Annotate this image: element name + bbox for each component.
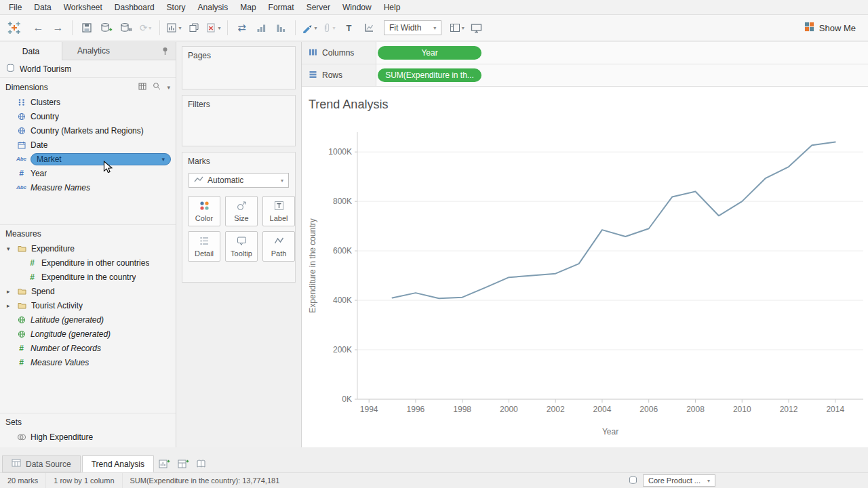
expand-icon[interactable]: ▸ [7,302,13,309]
undo-button[interactable]: ← [30,19,47,37]
swap-axes-button[interactable]: ⇄ [233,19,250,37]
menu-item-dashboard[interactable]: Dashboard [108,1,161,14]
field-label: Country [31,112,59,121]
filters-label: Filters [188,100,210,109]
field-expenditure-in-other-countries[interactable]: #Expenditure in other countries [0,256,176,270]
tab-data[interactable]: Data [0,42,62,60]
field-tourist-activity[interactable]: ▸Tourist Activity [0,298,176,312]
svg-text:1000K: 1000K [328,147,352,157]
menu-item-file[interactable]: File [3,1,28,14]
tab-analytics[interactable]: Analytics [62,42,125,60]
datasource-item[interactable]: World Tourism [0,60,176,78]
field-date[interactable]: Date [0,138,176,152]
save-button[interactable] [78,19,95,37]
rows-shelf-well[interactable]: SUM(Expenditure in th... [376,64,868,86]
mark-button-color[interactable]: Color [188,196,220,226]
pin-icon[interactable] [155,42,176,60]
sort-ascending-button[interactable] [253,19,270,37]
pause-updates-button[interactable] [117,19,134,37]
status-bar-right: Core Product ... ▾ [629,474,715,487]
mark-button-detail[interactable]: Detail [188,231,220,262]
sheet-tab-bar: Data Source Trend Analysis [0,455,868,472]
selected-field-pill[interactable]: Market▾ [31,153,171,165]
filters-shelf[interactable]: Filters [182,95,296,146]
svg-text:600K: 600K [333,246,352,256]
svg-text:2000: 2000 [500,405,518,414]
tab-data-source[interactable]: Data Source [2,455,81,472]
pill-sum-expenditure[interactable]: SUM(Expenditure in th... [378,68,481,82]
menu-item-analysis[interactable]: Analysis [192,1,235,14]
rows-icon [309,70,317,81]
mark-button-size[interactable]: Size [225,196,258,226]
view-data-icon[interactable] [138,83,146,92]
pages-shelf[interactable]: Pages [182,46,296,89]
field-high-expenditure[interactable]: High Expenditure [0,430,176,444]
new-dashboard-tab-button[interactable] [174,455,193,472]
fix-axes-button[interactable] [360,19,377,37]
mark-type-dropdown[interactable]: Automatic ▾ [189,173,289,188]
new-story-tab-button[interactable] [193,455,212,472]
highlight-button[interactable]: ▾ [301,19,318,37]
duplicate-sheet-button[interactable] [185,19,202,37]
field-label: Latitude (generated) [31,315,104,325]
group-members-button[interactable]: ▾ [321,19,338,37]
rows-shelf[interactable]: Rows SUM(Expenditure in th... [302,64,868,87]
caret-down-icon[interactable]: ▾ [161,156,165,163]
add-datasource-button[interactable] [98,19,115,37]
refresh-button[interactable]: ⟳▾ [137,19,154,37]
caret-down-icon[interactable]: ▾ [167,84,170,91]
columns-shelf-well[interactable]: Year [376,42,868,64]
menu-item-map[interactable]: Map [234,1,262,14]
menu-item-help[interactable]: Help [378,1,407,14]
columns-shelf-label: Columns [302,42,376,64]
tab-trend-analysis[interactable]: Trend Analysis [82,455,154,472]
menu-item-story[interactable]: Story [161,1,192,14]
field-year[interactable]: #Year [0,166,176,180]
field-clusters[interactable]: Clusters [0,95,176,109]
field-latitude-generated[interactable]: Latitude (generated) [0,312,176,327]
presentation-mode-button[interactable] [468,19,485,37]
menu-item-window[interactable]: Window [336,1,378,14]
search-icon[interactable] [153,82,161,92]
field-measure-names[interactable]: AbcMeasure Names [0,180,176,195]
new-worksheet-button[interactable]: ▾ [165,19,182,37]
svg-text:1994: 1994 [360,405,378,414]
product-selector[interactable]: Core Product ... ▾ [643,474,715,487]
caret-down-icon: ▾ [281,178,283,184]
clear-sheet-button[interactable]: ▾ [205,19,222,37]
field-expenditure-in-the-country[interactable]: #Expenditure in the country [0,270,176,284]
mark-button-path[interactable]: Path [262,231,295,262]
expand-icon[interactable]: ▸ [7,288,13,295]
menu-item-format[interactable]: Format [262,1,300,14]
field-spend[interactable]: ▸Spend [0,284,176,298]
menu-item-worksheet[interactable]: Worksheet [58,1,108,14]
menu-item-data[interactable]: Data [28,1,57,14]
menu-bar: FileDataWorksheetDashboardStoryAnalysisM… [0,0,868,15]
new-worksheet-tab-button[interactable] [155,455,174,472]
show-me-button[interactable]: Show Me [797,20,863,36]
field-label: Expenditure in other countries [41,258,149,268]
mark-button-tooltip[interactable]: Tooltip [225,231,258,262]
caret-down-icon: ▾ [433,25,436,31]
menu-item-server[interactable]: Server [300,1,336,14]
sort-descending-button[interactable] [273,19,290,37]
svg-text:2010: 2010 [733,405,751,414]
pill-year[interactable]: Year [378,46,481,60]
field-longitude-generated[interactable]: Longitude (generated) [0,327,176,341]
mark-button-label[interactable]: Label [262,196,295,226]
field-number-of-records[interactable]: #Number of Records [0,341,176,355]
columns-shelf[interactable]: Columns Year [302,42,868,64]
fit-selector[interactable]: Fit Width ▾ [384,20,441,35]
toolbar-separator [72,20,73,35]
field-country-markets-and-regions[interactable]: Country (Markets and Regions) [0,123,176,138]
show-hide-cards-button[interactable]: ▾ [448,19,465,37]
fit-selector-value: Fit Width [389,23,421,33]
field-market[interactable]: AbcMarket▾ [0,152,176,166]
svg-text:0K: 0K [342,394,352,404]
redo-button[interactable]: → [50,19,66,37]
mark-labels-button[interactable]: T [340,19,357,37]
collapse-icon[interactable]: ▾ [7,245,13,252]
field-expenditure[interactable]: ▾Expenditure [0,241,176,256]
field-country[interactable]: Country [0,109,176,123]
field-measure-values[interactable]: #Measure Values [0,355,176,369]
